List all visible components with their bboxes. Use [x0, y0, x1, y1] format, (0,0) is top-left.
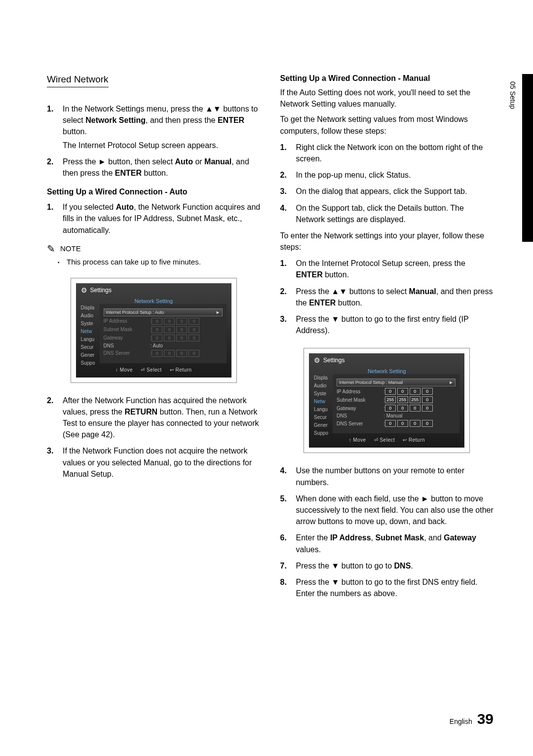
page-footer: English 39 [450, 711, 494, 727]
subhead-auto: Setting Up a Wired Connection - Auto [47, 188, 261, 196]
player-step1: On the Internet Protocol Setup screen, p… [280, 258, 494, 280]
player-step6: Enter the IP Address, Subnet Mask, and G… [280, 532, 494, 555]
auto-step1: If you selected Auto, the Network Functi… [47, 201, 261, 236]
screenshot-auto: ⚙Settings Network Setting Displa Audio S… [71, 278, 237, 383]
player-step7: Press the ▼ button to go to DNS. [280, 560, 494, 571]
player-step3: Press the ▼ button to go to the first en… [280, 313, 494, 336]
note-body: This process can take up to five minutes… [67, 258, 261, 266]
proto-dropdown-auto[interactable]: Internet Protocol Setup : Auto► [104, 308, 223, 316]
note-icon: ✎ [47, 243, 55, 255]
left-step1-cont: The Internet Protocol Setup screen appea… [47, 140, 261, 151]
player-step4: Use the number buttons on your remote to… [280, 465, 494, 488]
proto-dropdown-manual[interactable]: Internet Protocol Setup : Manual► [337, 378, 456, 386]
manual-mid: To enter the Network settings into your … [280, 230, 494, 253]
player-step5: When done with each field, use the ► but… [280, 493, 494, 528]
player-step2: Press the ▲▼ buttons to select Manual, a… [280, 286, 494, 308]
auto-step2: After the Network Function has acquired … [47, 395, 261, 441]
gear-icon: ⚙ [314, 356, 320, 364]
left-step1: In the Network Settings menu, press the … [47, 103, 261, 138]
manual-intro2: To get the Network setting values from m… [280, 113, 494, 136]
win-step4: On the Support tab, click the Details bu… [280, 202, 494, 225]
subhead-manual: Setting Up a Wired Connection - Manual [280, 74, 494, 83]
win-step2: In the pop-up menu, click Status. [280, 169, 494, 181]
gear-icon: ⚙ [81, 286, 87, 294]
win-step3: On the dialog that appears, click the Su… [280, 186, 494, 197]
auto-step3: If the Network Function does not acquire… [47, 445, 261, 480]
edge-tab-label: 05 Setup [509, 81, 517, 109]
screenshot-manual: ⚙Settings Network Setting Displa Audio S… [304, 348, 470, 453]
edge-tab [522, 74, 533, 242]
section-heading-wired: Wired Network [47, 74, 109, 87]
left-step2: Press the ► button, then select Auto or … [47, 156, 261, 179]
note-label: NOTE [60, 244, 81, 253]
win-step1: Right click the Network icon on the bott… [280, 142, 494, 164]
player-step8: Press the ▼ button to go to the first DN… [280, 576, 494, 599]
manual-intro1: If the Auto Setting does not work, you'l… [280, 87, 494, 110]
